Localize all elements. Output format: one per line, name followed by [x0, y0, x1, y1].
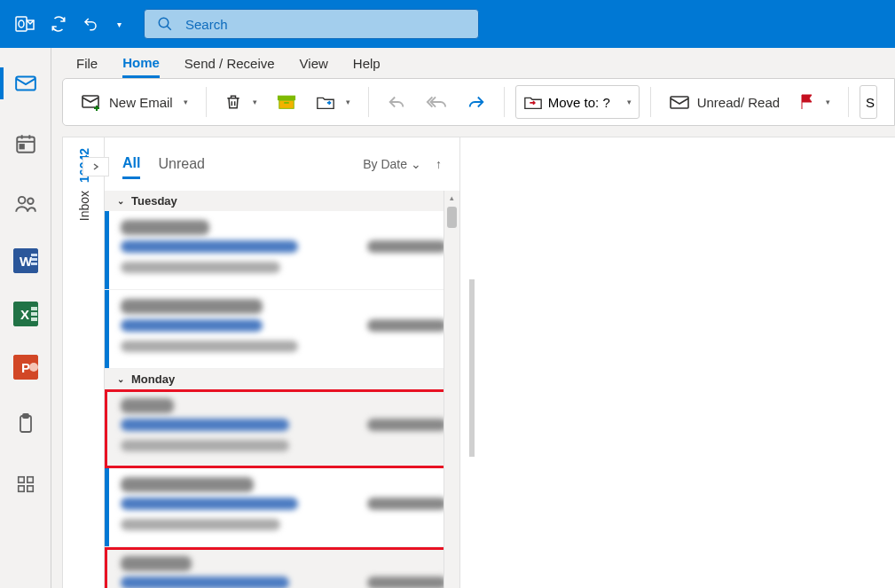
svg-rect-37 [671, 97, 688, 108]
reading-pane-scroll-hint [469, 279, 475, 457]
menu-help[interactable]: Help [353, 49, 381, 78]
svg-rect-0 [16, 17, 27, 31]
chevron-down-icon: ▾ [253, 98, 257, 106]
rail-people[interactable] [10, 188, 42, 220]
expand-folder-pane[interactable] [82, 157, 109, 176]
search-input[interactable] [185, 17, 466, 32]
search-box[interactable] [144, 9, 479, 39]
rail-word[interactable]: W [13, 248, 38, 273]
sync-button[interactable] [46, 12, 71, 36]
chevron-down-icon: ⌄ [411, 157, 421, 171]
svg-point-2 [159, 18, 169, 27]
rail-excel[interactable]: X [13, 302, 38, 326]
chevron-down-icon: ▾ [346, 98, 350, 106]
svg-text:P: P [21, 360, 30, 375]
reply-button[interactable] [380, 85, 413, 119]
rail-calendar[interactable] [10, 128, 42, 160]
date-group-tuesday[interactable]: ⌄ Tuesday [105, 191, 459, 211]
svg-rect-19 [31, 307, 37, 310]
title-bar: ▾ [0, 0, 895, 48]
chevron-down-icon: ▾ [627, 98, 632, 106]
move-to-icon [523, 93, 543, 111]
delete-button[interactable]: ▾ [217, 85, 264, 119]
folder-pane-collapsed[interactable]: 16042 Inbox [62, 137, 105, 588]
mail-item[interactable] [105, 211, 459, 290]
unread-read-button[interactable]: Unread/ Read [662, 85, 787, 119]
mail-item[interactable] [105, 389, 459, 468]
rail-powerpoint[interactable]: P [13, 355, 38, 380]
svg-point-1 [19, 20, 24, 27]
unread-read-label: Unread/ Read [697, 95, 780, 110]
filter-bar: All Unread By Date ⌄ ↑ [105, 137, 459, 191]
svg-rect-29 [18, 486, 23, 491]
sort-direction[interactable]: ↑ [436, 157, 442, 171]
date-group-monday[interactable]: ⌄ Monday [105, 369, 459, 389]
filter-all[interactable]: All [122, 150, 140, 179]
message-list-panel: All Unread By Date ⌄ ↑ ⌄ Tuesday [105, 137, 459, 588]
inbox-label: Inbox [77, 191, 91, 221]
svg-text:X: X [20, 307, 29, 322]
undo-button[interactable] [78, 12, 103, 36]
reply-all-button[interactable] [419, 85, 454, 119]
reply-icon [387, 93, 406, 111]
svg-rect-27 [18, 477, 23, 482]
menu-file[interactable]: File [76, 49, 98, 78]
date-group-label: Tuesday [131, 194, 177, 208]
svg-text:W: W [20, 254, 33, 269]
filter-unread[interactable]: Unread [158, 151, 204, 177]
reply-all-icon [426, 93, 447, 111]
svg-rect-14 [31, 254, 37, 256]
svg-point-10 [18, 197, 25, 204]
mail-list-scrollbar[interactable]: ▴ [444, 191, 459, 588]
menu-home[interactable]: Home [122, 48, 160, 78]
mail-item[interactable] [105, 290, 459, 369]
search-icon [157, 16, 173, 32]
chevron-down-icon: ⌄ [117, 196, 124, 206]
delete-icon [224, 93, 242, 111]
forward-icon [467, 93, 486, 111]
mail-list: ⌄ Tuesday [105, 191, 459, 588]
find-box[interactable]: S [860, 85, 877, 119]
svg-rect-9 [20, 145, 23, 148]
svg-rect-34 [278, 96, 295, 101]
archive-button[interactable] [270, 85, 303, 119]
menu-bar: File Home Send / Receive View Help [51, 48, 895, 78]
sort-label: By Date [363, 157, 407, 171]
svg-rect-35 [279, 100, 294, 108]
svg-rect-15 [31, 258, 37, 261]
chevron-down-icon: ⌄ [117, 374, 124, 384]
rail-todo[interactable] [10, 408, 42, 440]
svg-rect-36 [284, 102, 289, 104]
qat-dropdown[interactable]: ▾ [110, 12, 128, 36]
mail-item[interactable] [105, 468, 459, 547]
archive-icon [277, 93, 296, 111]
flag-button[interactable]: ▾ [792, 85, 837, 119]
svg-rect-30 [27, 486, 32, 491]
outlook-logo-icon [11, 10, 39, 38]
chevron-down-icon: ▾ [826, 98, 830, 106]
scroll-up-arrow[interactable]: ▴ [444, 191, 459, 205]
reading-pane [459, 137, 895, 588]
ribbon: New Email ▾ ▾ ▾ [62, 78, 895, 126]
scroll-thumb[interactable] [447, 207, 457, 228]
unread-read-icon [669, 93, 690, 111]
svg-rect-16 [31, 263, 37, 265]
new-email-button[interactable]: New Email ▾ [74, 85, 195, 119]
menu-view[interactable]: View [300, 49, 328, 78]
svg-rect-21 [31, 318, 37, 321]
flag-icon [799, 93, 815, 111]
move-to-label: Move to: ? [548, 95, 610, 110]
move-to-dropdown[interactable]: Move to: ? ▾ [515, 85, 640, 119]
sort-by-date[interactable]: By Date ⌄ [363, 157, 421, 171]
svg-point-24 [29, 363, 38, 372]
move-button[interactable]: ▾ [309, 85, 357, 119]
forward-button[interactable] [459, 85, 493, 119]
rail-mail[interactable] [10, 67, 42, 99]
menu-sendreceive[interactable]: Send / Receive [184, 49, 275, 78]
svg-point-11 [27, 199, 33, 205]
chevron-down-icon: ▾ [184, 98, 188, 106]
svg-rect-20 [31, 312, 37, 316]
rail-more-apps[interactable] [10, 468, 42, 500]
svg-line-3 [167, 26, 171, 30]
mail-item[interactable] [105, 547, 459, 588]
